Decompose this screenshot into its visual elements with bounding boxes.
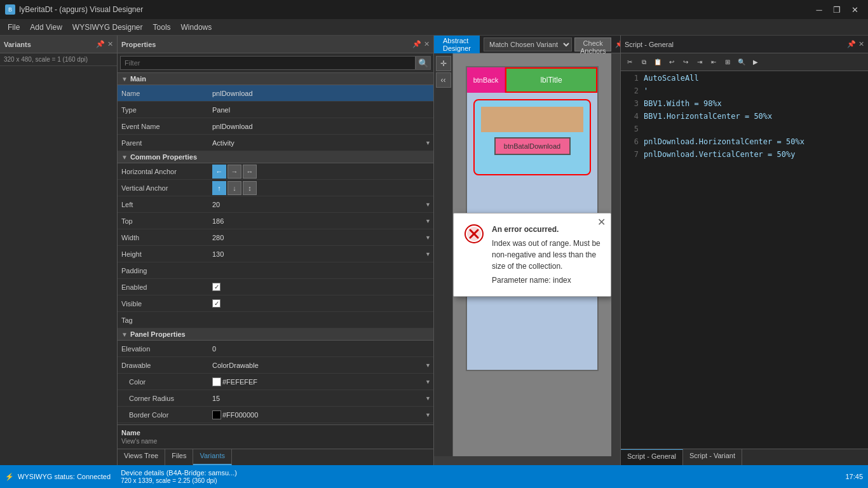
line-num-3: 3 <box>621 99 644 112</box>
script-tool-indent[interactable]: ⇥ <box>693 56 706 69</box>
script-pin-icon[interactable]: 📌 <box>847 40 856 48</box>
menu-wysiwyg[interactable]: WYSIWYG Designer <box>67 21 148 34</box>
prop-width-row: Width 280 ▼ <box>118 229 433 246</box>
tab-views-tree[interactable]: Views Tree <box>118 449 165 465</box>
script-tool-run[interactable]: ▶ <box>749 56 762 69</box>
prop-visible-checkbox[interactable] <box>212 299 220 308</box>
h-anchor-buttons: ← → ↔ <box>212 165 257 179</box>
prop-top-label: Top <box>118 217 210 225</box>
prop-top-arrow[interactable]: ▼ <box>425 218 431 224</box>
error-detail2: Parameter name: index <box>492 274 600 286</box>
script-tool-redo[interactable]: ↪ <box>679 56 692 69</box>
title-bar: B IyBeritaDt - (apgurs) Visual Designer … <box>0 0 868 19</box>
script-tool-outdent[interactable]: ⇤ <box>707 56 720 69</box>
section-panel-arrow: ▼ <box>121 331 128 338</box>
prop-width-value[interactable]: 280 ▼ <box>210 234 433 241</box>
h-anchor-both[interactable]: ↔ <box>243 165 257 179</box>
menu-file[interactable]: File <box>3 21 25 34</box>
variants-close-icon[interactable]: ✕ <box>107 40 113 48</box>
prop-elevation-value[interactable]: 0 <box>210 345 433 353</box>
prop-left-value[interactable]: 20 ▼ <box>210 201 433 208</box>
script-tool-format[interactable]: ⊞ <box>721 56 734 69</box>
script-close-icon[interactable]: ✕ <box>858 40 864 48</box>
menu-add-view[interactable]: Add View <box>25 21 67 34</box>
error-close-button[interactable]: ✕ <box>597 217 606 227</box>
prop-drawable-value[interactable]: ColorDrawable ▼ <box>210 362 433 369</box>
script-tool-cut[interactable]: ✂ <box>623 56 636 69</box>
bottom-info-title: Name <box>121 429 430 437</box>
prop-color-value[interactable]: #FEFEFEF ▼ <box>210 377 433 386</box>
canvas-scroll-h[interactable] <box>434 456 620 465</box>
v-anchor-both[interactable]: ↕ <box>243 181 257 195</box>
menu-windows[interactable]: Windows <box>176 21 217 34</box>
designer-canvas[interactable]: btnBack lblTitle btnBatalDownload ✕ <box>453 53 611 456</box>
menu-bar: File Add View WYSIWYG Designer Tools Win… <box>0 19 868 36</box>
check-anchors-button[interactable]: Check Anchors <box>574 37 611 51</box>
designer-tab[interactable]: Abstract Designer <box>434 36 480 53</box>
minimize-button[interactable]: ─ <box>811 1 827 18</box>
prop-eventname-row: Event Name pnlDownload <box>118 118 433 135</box>
prop-parent-label: Parent <box>118 139 210 147</box>
prop-top-row: Top 186 ▼ <box>118 213 433 229</box>
script-content[interactable]: 1 AutoScaleAll 2 ' 3 BBV1.Width = 98%x 4… <box>621 71 868 449</box>
script-tool-paste[interactable]: 📋 <box>651 56 664 69</box>
prop-visible-row: Visible <box>118 295 433 312</box>
h-anchor-right[interactable]: → <box>227 165 241 179</box>
code-line-7: 7 pnlDownload.VerticalCenter = 50%y <box>621 150 868 163</box>
prop-eventname-label: Event Name <box>118 123 210 130</box>
prop-color-arrow[interactable]: ▼ <box>425 379 431 385</box>
prop-enabled-value <box>210 283 433 291</box>
prop-top-value[interactable]: 186 ▼ <box>210 217 433 225</box>
prop-corner-radius-value[interactable]: 15 ▼ <box>210 395 433 402</box>
script-tab-general[interactable]: Script - General <box>621 449 683 465</box>
prop-parent-value[interactable]: Activity ▼ <box>210 139 433 147</box>
prop-corner-radius-arrow[interactable]: ▼ <box>425 395 431 402</box>
variants-title: Variants <box>4 41 31 48</box>
prop-visible-value <box>210 299 433 308</box>
tab-variants[interactable]: Variants <box>193 449 232 465</box>
prop-parent-dropdown-arrow[interactable]: ▼ <box>425 140 431 146</box>
section-panel[interactable]: ▼ Panel Properties <box>118 329 433 341</box>
prop-corner-radius-label: Corner Radius <box>118 395 210 402</box>
prop-left-arrow[interactable]: ▼ <box>425 201 431 208</box>
variants-pin-icon[interactable]: 📌 <box>96 40 105 48</box>
status-device-name: Device details (B4A-Bridge: samsu...) <box>121 469 237 477</box>
prop-height-value[interactable]: 130 ▼ <box>210 250 433 258</box>
prop-filter-btn[interactable]: 🔍 <box>416 56 431 70</box>
section-main[interactable]: ▼ Main <box>118 73 433 85</box>
canvas-scroll-v[interactable] <box>611 53 620 456</box>
script-tool-copy[interactable]: ⧉ <box>637 56 650 69</box>
prop-name-value[interactable]: pnlDownload <box>210 90 433 97</box>
section-common[interactable]: ▼ Common Properties <box>118 151 433 163</box>
designer-pin-icon[interactable]: 📌 <box>615 40 620 48</box>
properties-pin-icon[interactable]: 📌 <box>412 40 421 48</box>
script-tool-search[interactable]: 🔍 <box>735 56 748 69</box>
prop-eventname-value[interactable]: pnlDownload <box>210 123 433 130</box>
prop-type-value[interactable]: Panel <box>210 106 433 114</box>
menu-tools[interactable]: Tools <box>148 21 176 34</box>
script-tool-undo[interactable]: ↩ <box>665 56 678 69</box>
prop-border-color-value[interactable]: #FF000000 ▼ <box>210 410 433 419</box>
prop-hanchor-row: Horizontal Anchor ← → ↔ <box>118 163 433 180</box>
script-title: Script - General <box>625 41 674 48</box>
maximize-button[interactable]: ❐ <box>829 1 845 18</box>
h-anchor-left[interactable]: ← <box>212 165 226 179</box>
prop-drawable-arrow[interactable]: ▼ <box>425 362 431 369</box>
tool-move[interactable]: ✛ <box>436 56 451 71</box>
v-anchor-bottom[interactable]: ↓ <box>227 181 241 195</box>
properties-close-icon[interactable]: ✕ <box>424 40 430 48</box>
v-anchor-top[interactable]: ↑ <box>212 181 226 195</box>
tab-files[interactable]: Files <box>165 449 193 465</box>
line-code-6: pnlDownload.HorizontalCenter = 50%x <box>644 137 868 150</box>
script-tab-variant[interactable]: Script - Variant <box>683 449 742 465</box>
prop-enabled-checkbox[interactable] <box>212 283 220 291</box>
tool-left[interactable]: ‹‹ <box>436 72 451 88</box>
prop-width-arrow[interactable]: ▼ <box>425 234 431 241</box>
prop-visible-label: Visible <box>118 300 210 308</box>
close-button[interactable]: ✕ <box>846 1 863 18</box>
prop-height-arrow[interactable]: ▼ <box>425 251 431 257</box>
prop-border-color-arrow[interactable]: ▼ <box>425 412 431 418</box>
prop-tag-label: Tag <box>118 316 210 324</box>
match-variant-select[interactable]: Match Chosen Variant <box>484 37 572 51</box>
prop-filter-input[interactable] <box>120 56 416 70</box>
